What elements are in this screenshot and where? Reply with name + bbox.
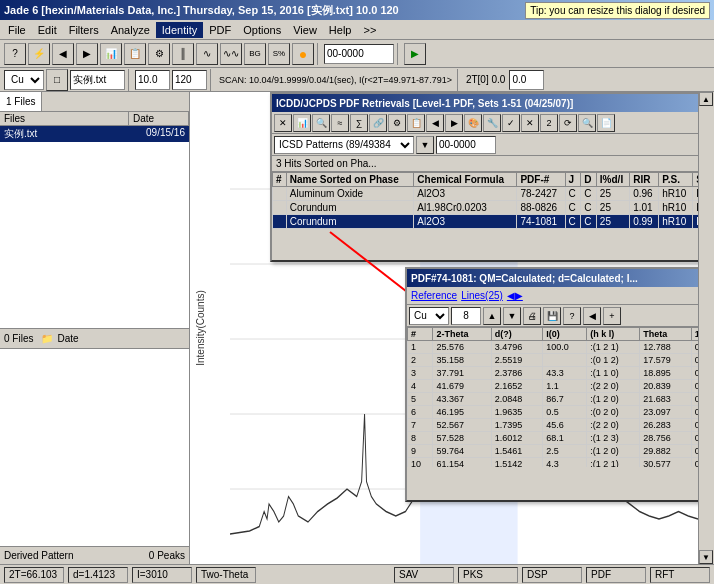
icdd-btn-color[interactable]: 🎨 — [464, 114, 482, 132]
pdf-menu-arrows[interactable]: ◀▶ — [507, 290, 523, 301]
pdf-up-btn[interactable]: ▲ — [483, 307, 501, 325]
icdd-btn-link[interactable]: 🔗 — [369, 114, 387, 132]
right-scroll-track[interactable] — [699, 106, 714, 550]
toolbar-btn-bg[interactable]: BG — [244, 43, 266, 65]
icdd-btn-2[interactable]: 2 — [540, 114, 558, 132]
toolbar-btn4[interactable]: ▶ — [76, 43, 98, 65]
menu-filters[interactable]: Filters — [63, 22, 105, 38]
toolbar2-sep2 — [210, 69, 214, 91]
status-rft[interactable]: RFT — [650, 567, 710, 583]
icdd-btn-search2[interactable]: 🔍 — [578, 114, 596, 132]
pdf-row-2[interactable]: 235.1582.5519:(0 1 2)17.5790.19602.4634 — [408, 354, 699, 367]
icdd-row-1[interactable]: Aluminum Oxide Al2O3 78-2427 C C 25 0.96… — [273, 187, 699, 201]
icdd-pdf-input[interactable] — [436, 136, 496, 154]
menu-analyze[interactable]: Analyze — [105, 22, 156, 38]
toolbar-btn6[interactable]: 📋 — [124, 43, 146, 65]
pdf-help-btn[interactable]: ? — [563, 307, 581, 325]
pdf-table-scroll[interactable]: # 2-Theta d(?) I(0) (h k l) Theta 1/(2d)… — [407, 327, 698, 467]
cell-pct-2: 25 — [596, 201, 629, 215]
icdd-btn-approx[interactable]: ≈ — [331, 114, 349, 132]
menu-view[interactable]: View — [287, 22, 323, 38]
value1-input[interactable] — [135, 70, 170, 90]
menu-edit[interactable]: Edit — [32, 22, 63, 38]
right-scroll-up[interactable]: ▲ — [699, 92, 713, 106]
pdf-down-btn[interactable]: ▼ — [503, 307, 521, 325]
derived-date-col: Date — [57, 333, 78, 344]
status-pdf[interactable]: PDF — [586, 567, 646, 583]
pdf-row-8[interactable]: 857.5281.601268.1:(1 2 3)28.7560.31233.9… — [408, 432, 699, 445]
pdf-btn-r2[interactable]: + — [603, 307, 621, 325]
icdd-row-2[interactable]: Corundum Al1.98Cr0.0203 88-0826 C C 25 1… — [273, 201, 699, 215]
status-d: d=1.4123 — [68, 567, 128, 583]
icdd-btn-search[interactable]: 🔍 — [312, 114, 330, 132]
pdf-menu-lines[interactable]: Lines(25) — [461, 290, 503, 301]
icdd-btn-chart[interactable]: 📊 — [293, 114, 311, 132]
pdf-row-1[interactable]: 1 25.576 3.4796 100.0 :(1 2 1) 12.788 0.… — [408, 341, 699, 354]
right-scroll-down[interactable]: ▼ — [699, 550, 713, 564]
pdf-row-9[interactable]: 959.7641.54612.5:(1 2 0)29.8820.32344.06… — [408, 445, 699, 458]
toolbar-btn-sk[interactable]: S% — [268, 43, 290, 65]
icdd-btn-wrench[interactable]: 🔧 — [483, 114, 501, 132]
icdd-table-scroll[interactable]: # Name Sorted on Phase Chemical Formula … — [272, 172, 698, 242]
icdd-btn-refresh[interactable]: ⟳ — [559, 114, 577, 132]
menu-help[interactable]: Help — [323, 22, 358, 38]
pdf-row-5[interactable]: 543.3672.084886.7:(1 2 0)21.6830.23983.0… — [408, 393, 699, 406]
icdd-btn-check[interactable]: ✓ — [502, 114, 520, 132]
pdf-print-btn[interactable]: 🖨 — [523, 307, 541, 325]
files-tab[interactable]: 1 Files — [0, 92, 42, 111]
toolbar-btn7[interactable]: ⚙ — [148, 43, 170, 65]
icdd-btn-doc[interactable]: 📄 — [597, 114, 615, 132]
toolbar-btn8[interactable]: ║ — [172, 43, 194, 65]
element-select[interactable]: Cu — [4, 70, 44, 90]
cell-rir-3: 0.99 — [630, 215, 659, 229]
icdd-select-btn[interactable]: ▼ — [416, 136, 434, 154]
menu-file[interactable]: File — [2, 22, 32, 38]
icdd-btn-next[interactable]: ▶ — [445, 114, 463, 132]
icdd-btn-prev[interactable]: ◀ — [426, 114, 444, 132]
status-dsp[interactable]: DSP — [522, 567, 582, 583]
icdd-pattern-select[interactable]: ICSD Patterns (89/49384 — [274, 136, 414, 154]
file-input[interactable] — [70, 70, 125, 90]
twotheta-input[interactable] — [509, 70, 544, 90]
pdf-save-btn[interactable]: 💾 — [543, 307, 561, 325]
value2-input[interactable] — [172, 70, 207, 90]
right-scrollbar[interactable]: ▲ ▼ — [698, 92, 714, 564]
toolbar-btn10[interactable]: ∿∿ — [220, 43, 242, 65]
icdd-row-3[interactable]: Corundum Al2O3 74-1081 C C 25 0.99 hR10 … — [273, 215, 699, 229]
pdf-num-input[interactable] — [451, 307, 481, 325]
pattern-input[interactable] — [324, 44, 394, 64]
derived-files-tab[interactable]: 0 Files — [4, 333, 33, 344]
toolbar-btn-circle[interactable]: ● — [292, 43, 314, 65]
icdd-btn-sum[interactable]: ∑ — [350, 114, 368, 132]
pdf-row-10[interactable]: 1061.1541.51424.3:(1 2 1)30.5770.33024.1… — [408, 458, 699, 468]
pdf-row-4[interactable]: 441.6792.16521.1:(2 2 0)20.8390.23092.90… — [408, 380, 699, 393]
cell-name-1: Aluminum Oxide — [286, 187, 414, 201]
pdf-title-text: PDF#74-1081: QM=Calculated; d=Calculated… — [411, 273, 638, 284]
status-pks[interactable]: PKS — [458, 567, 518, 583]
toolbar-btn9[interactable]: ∿ — [196, 43, 218, 65]
toolbar2-btn1[interactable]: □ — [46, 69, 68, 91]
pdf-row-6[interactable]: 646.1951.96350.5:(0 2 0)23.0970.25463.19… — [408, 406, 699, 419]
icdd-btn-x2[interactable]: ✕ — [521, 114, 539, 132]
icdd-btn-clip[interactable]: 📋 — [407, 114, 425, 132]
pdf-btn-r1[interactable]: ◀ — [583, 307, 601, 325]
file-item-1[interactable]: 实例.txt 09/15/16 — [0, 126, 189, 142]
toolbar-help-btn[interactable]: ? — [4, 43, 26, 65]
menu-more[interactable]: >> — [357, 22, 382, 38]
pdf-row-3[interactable]: 337.7912.378643.3:(1 1 0)18.8950.21022.6… — [408, 367, 699, 380]
icdd-title-bar: ICDD/JCPDS PDF Retrievals [Level-1 PDF, … — [272, 94, 698, 112]
toolbar-btn-green[interactable]: ▶ — [404, 43, 426, 65]
toolbar-btn2[interactable]: ⚡ — [28, 43, 50, 65]
toolbar-btn5[interactable]: 📊 — [100, 43, 122, 65]
icdd-btn-x[interactable]: ✕ — [274, 114, 292, 132]
menu-pdf[interactable]: PDF — [203, 22, 237, 38]
folder-icon[interactable]: 📁 — [41, 333, 53, 344]
pdf-element-select[interactable]: Cu — [409, 307, 449, 325]
pdf-menu-reference[interactable]: Reference — [411, 290, 457, 301]
menu-options[interactable]: Options — [237, 22, 287, 38]
pdf-row-7[interactable]: 752.5671.739545.6:(2 2 0)26.2830.28743.6… — [408, 419, 699, 432]
toolbar-btn3[interactable]: ◀ — [52, 43, 74, 65]
status-sav[interactable]: SAV — [394, 567, 454, 583]
icdd-btn-gear[interactable]: ⚙ — [388, 114, 406, 132]
menu-identity[interactable]: Identity — [156, 22, 203, 38]
